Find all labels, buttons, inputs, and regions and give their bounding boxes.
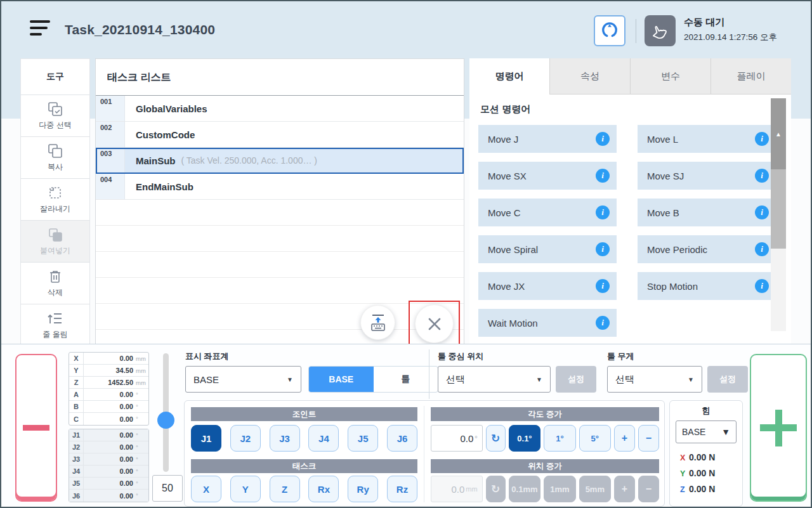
angle-preset-5[interactable]: 5° — [579, 425, 611, 452]
scroll-up-icon[interactable]: ▲ — [771, 98, 786, 169]
tab-properties[interactable]: 속성 — [549, 58, 630, 94]
command-wait-motion[interactable]: Wait Motioni — [478, 309, 617, 337]
sidebar-item-multi-select[interactable]: 다중 선택 — [21, 95, 89, 137]
speed-value-input[interactable]: 50 — [152, 475, 183, 502]
task-row-selected[interactable]: 003 MainSub ( Task Vel. 250.000, Acc. 1.… — [96, 148, 464, 174]
sidebar-item-paste[interactable]: 붙여넣기 — [21, 221, 89, 263]
sidebar-title: 도구 — [21, 59, 89, 95]
task-axis-button-rz[interactable]: Rz — [387, 476, 417, 502]
command-move-periodic[interactable]: Move Periodici — [638, 235, 776, 263]
angle-minus-button[interactable]: − — [638, 425, 659, 452]
position-increment-input: 0.0mm — [431, 476, 483, 502]
increment-section: 각도 증가 0.0° ↻ 0.1° 1° 5° + − 위치 증가 0.0mm … — [431, 401, 659, 506]
task-row[interactable]: 004 EndMainSub — [96, 174, 464, 200]
position-reset-button: ↻ — [486, 476, 506, 502]
frame-toggle: BASE 툴 — [308, 366, 438, 393]
task-row-name: EndMainSub — [136, 181, 193, 192]
info-icon[interactable]: i — [755, 279, 769, 293]
joint-button-j3[interactable]: J3 — [270, 425, 300, 452]
task-axis-button-rx[interactable]: Rx — [308, 476, 339, 502]
status-mode: 수동 대기 — [684, 16, 777, 29]
manual-mode-icon — [645, 15, 676, 46]
frame-toggle-tool[interactable]: 툴 — [374, 367, 438, 392]
tool-weight-setting-button[interactable]: 설정 — [707, 366, 748, 393]
task-row[interactable]: 001 GlobalVariables — [96, 96, 464, 122]
force-x-readout: X0.00 N — [680, 450, 742, 466]
angle-plus-button[interactable]: + — [614, 425, 635, 452]
info-icon[interactable]: i — [755, 242, 769, 256]
joint-button-j1[interactable]: J1 — [191, 425, 221, 452]
position-preset-1mm: 1mm — [544, 476, 575, 502]
force-z-readout: Z0.00 N — [680, 481, 742, 497]
info-icon[interactable]: i — [755, 169, 769, 183]
sidebar-item-delete[interactable]: 삭제 — [21, 263, 89, 304]
show-keyboard-button[interactable] — [360, 305, 395, 340]
scrollbar-thumb[interactable] — [771, 169, 786, 249]
command-content: 모션 명령어 Move Ji Move Li Move SXi Move SJi… — [469, 94, 791, 344]
speed-slider[interactable] — [161, 353, 170, 472]
sidebar-item-cut[interactable]: 잘라내기 — [21, 179, 89, 221]
task-row-number: 004 — [96, 174, 125, 199]
info-icon[interactable]: i — [596, 316, 610, 330]
angle-increment-header: 각도 증가 — [431, 407, 659, 421]
command-move-spiral[interactable]: Move Spirali — [478, 235, 617, 263]
info-icon[interactable]: i — [596, 169, 610, 183]
sidebar-item-label: 다중 선택 — [39, 120, 71, 131]
task-axis-button-ry[interactable]: Ry — [348, 476, 378, 502]
display-frame-dropdown[interactable]: BASE▼ — [185, 366, 301, 393]
plus-icon — [775, 410, 782, 446]
force-frame-dropdown[interactable]: BASE▼ — [676, 420, 737, 443]
task-axis-button-x[interactable]: X — [191, 476, 221, 502]
chevron-down-icon: ▼ — [287, 376, 293, 383]
info-icon[interactable]: i — [596, 205, 610, 219]
slider-thumb[interactable] — [157, 412, 174, 429]
task-axis-button-z[interactable]: Z — [270, 476, 300, 502]
sidebar-item-line-up[interactable]: 줄 올림 — [21, 304, 89, 345]
position-plus-button: + — [614, 476, 635, 502]
angle-preset-0.1[interactable]: 0.1° — [509, 425, 540, 452]
task-row-empty — [96, 278, 464, 304]
command-move-j[interactable]: Move Ji — [478, 125, 617, 153]
command-move-sj[interactable]: Move SJi — [638, 162, 776, 190]
angle-increment-input[interactable]: 0.0° — [431, 425, 483, 452]
annotation-highlight-box — [409, 301, 460, 347]
sidebar-item-label: 줄 올림 — [43, 329, 67, 340]
sidebar-item-copy[interactable]: 복사 — [21, 137, 89, 179]
robot-gripper-button[interactable] — [594, 15, 625, 46]
tool-weight-dropdown[interactable]: 선택▼ — [607, 366, 702, 393]
menu-icon[interactable] — [30, 20, 51, 41]
joint-button-j4[interactable]: J4 — [308, 425, 339, 452]
info-icon[interactable]: i — [596, 132, 610, 146]
tab-play[interactable]: 플레이 — [710, 58, 791, 94]
tool-center-dropdown[interactable]: 선택▼ — [438, 366, 551, 393]
task-axis-button-y[interactable]: Y — [230, 476, 261, 502]
task-row-name: MainSub — [136, 155, 176, 166]
command-move-sx[interactable]: Move SXi — [478, 162, 617, 190]
joint-button-j2[interactable]: J2 — [230, 425, 261, 452]
command-move-jx[interactable]: Move JXi — [478, 272, 617, 300]
joint-button-j5[interactable]: J5 — [348, 425, 378, 452]
info-icon[interactable]: i — [755, 132, 769, 146]
command-move-b[interactable]: Move Bi — [638, 199, 776, 226]
command-move-c[interactable]: Move Ci — [478, 199, 617, 226]
tab-variables[interactable]: 변수 — [630, 58, 710, 94]
info-icon[interactable]: i — [755, 205, 769, 219]
command-stop-motion[interactable]: Stop Motioni — [638, 272, 776, 300]
task-row[interactable]: 002 CustomCode — [96, 122, 464, 148]
info-icon[interactable]: i — [596, 242, 610, 256]
tab-commands[interactable]: 명령어 — [469, 58, 549, 94]
scrollbar[interactable]: ▲ — [771, 98, 786, 331]
angle-reset-button[interactable]: ↻ — [486, 425, 506, 452]
frame-toggle-base[interactable]: BASE — [309, 367, 374, 392]
command-move-l[interactable]: Move Li — [638, 125, 776, 153]
page-title: Task_20210914_130400 — [65, 22, 215, 37]
angle-preset-1[interactable]: 1° — [544, 425, 575, 452]
tool-center-setting-button[interactable]: 설정 — [556, 366, 596, 393]
info-icon[interactable]: i — [596, 279, 610, 293]
jog-plus-button[interactable] — [750, 354, 807, 502]
divider — [424, 406, 424, 502]
header: Task_20210914_130400 수동 대기 2021.09.14 1:… — [1, 1, 811, 58]
jog-minus-button[interactable] — [15, 354, 57, 502]
joint-button-j6[interactable]: J6 — [387, 425, 417, 452]
tool-center-label: 툴 중심 위치 — [438, 351, 483, 362]
